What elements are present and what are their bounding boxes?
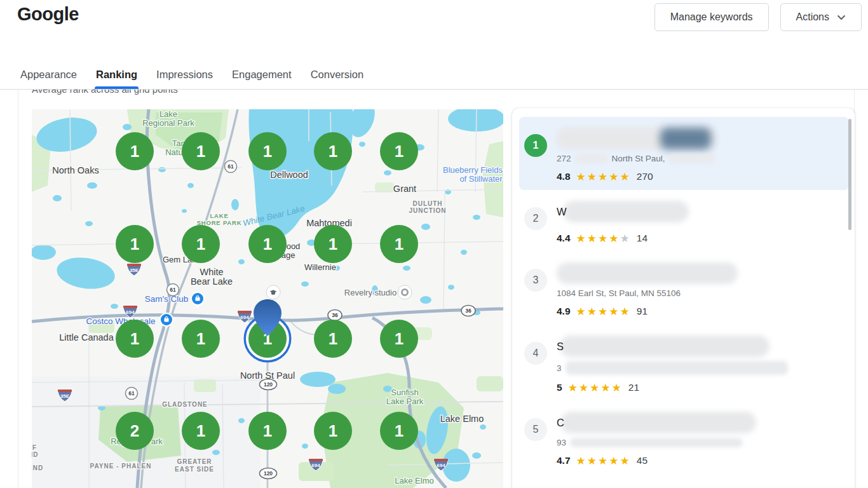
svg-text:61: 61: [128, 390, 135, 396]
grid-rank-marker[interactable]: 1: [314, 132, 352, 170]
actions-label: Actions: [796, 11, 829, 23]
road-shield-61: 61: [126, 388, 138, 400]
map-label: Blueberry Fields: [443, 165, 503, 175]
grid-rank-marker[interactable]: 1: [116, 225, 154, 263]
review-count: 14: [637, 233, 648, 244]
tab-label: Ranking: [96, 69, 137, 80]
grid-rank-marker[interactable]: 1: [314, 412, 352, 450]
address-fragment: 93: [557, 438, 566, 447]
road-shield-120: 120: [260, 379, 277, 390]
road-shield-36: 36: [461, 306, 475, 316]
map-label: Dellwood: [270, 170, 308, 180]
svg-text:1: 1: [196, 329, 205, 348]
listing-item-rank-1[interactable]: 1272North St Paul,4.8★★★★★270: [519, 117, 849, 190]
rating-value: 4.7: [557, 455, 571, 466]
listing-item-rank-3[interactable]: 31084 Earl St, St Paul, MN 551064.9★★★★★…: [519, 252, 849, 325]
grid-rank-marker[interactable]: 1: [380, 320, 418, 358]
grid-rank-marker[interactable]: 1: [248, 412, 287, 450]
svg-text:1: 1: [329, 421, 337, 440]
map-label: GREATER: [177, 458, 212, 465]
business-name-row: W: [557, 198, 843, 226]
tab-conversion[interactable]: Conversion: [309, 69, 365, 89]
svg-text:61: 61: [227, 163, 234, 170]
grid-rank-marker[interactable]: 1: [380, 412, 418, 450]
listing-item-rank-2[interactable]: 2W4.4★★★★★14: [519, 190, 849, 252]
svg-text:1: 1: [196, 421, 205, 440]
grid-rank-marker[interactable]: 1: [182, 132, 220, 170]
address-fragment: North St Paul,: [612, 154, 665, 163]
tab-bar: AppearanceRankingImpressionsEngagementCo…: [19, 69, 365, 89]
tab-ranking[interactable]: Ranking: [95, 69, 139, 89]
star-rating-icons: ★★★★★: [576, 172, 631, 182]
business-name-fragment: C: [557, 417, 564, 429]
grid-rank-marker[interactable]: 1: [182, 412, 220, 450]
rank-grid-map[interactable]: LakeRegional ParkTamarackNature CenterNo…: [32, 109, 503, 488]
map-label: Little Canada: [59, 332, 114, 342]
svg-text:35E: 35E: [60, 393, 70, 399]
competitor-listing-panel: 1272North St Paul,4.8★★★★★2702W4.4★★★★★1…: [512, 108, 855, 488]
listing-item-rank-4[interactable]: 4S35★★★★★21: [519, 325, 849, 401]
redacted-address: [566, 361, 788, 375]
scrollbar-thumb[interactable]: [848, 119, 851, 230]
svg-text:694: 694: [437, 463, 445, 468]
grid-rank-marker[interactable]: 1: [248, 132, 287, 170]
svg-text:1: 1: [395, 142, 403, 161]
svg-text:1: 1: [130, 234, 139, 254]
svg-text:1: 1: [395, 234, 403, 254]
business-name-fragment: W: [557, 206, 567, 218]
grid-rank-marker[interactable]: 1: [248, 225, 287, 263]
svg-text:36: 36: [465, 308, 471, 314]
grid-rank-marker[interactable]: 1: [116, 320, 154, 358]
svg-text:1: 1: [329, 142, 337, 161]
grid-rank-marker[interactable]: 2: [116, 412, 154, 450]
svg-text:1: 1: [130, 142, 139, 161]
listing-content: S35★★★★★21: [557, 332, 843, 393]
star-rating-icons: ★★★★★: [576, 306, 631, 317]
map-label: NORTH OF: [32, 444, 37, 451]
manage-keywords-label: Manage keywords: [670, 11, 753, 23]
grid-rank-marker[interactable]: 1: [380, 225, 418, 263]
road-shield-61: 61: [167, 284, 179, 296]
rating-row: 4.7★★★★★45: [557, 455, 843, 466]
map-label: Sunfish: [391, 388, 418, 397]
svg-text:120: 120: [264, 470, 273, 477]
grid-rank-marker[interactable]: 1: [314, 320, 352, 358]
revelry-studio-poi[interactable]: [398, 285, 412, 299]
rank-badge: 1: [524, 134, 547, 157]
tab-impressions[interactable]: Impressions: [155, 69, 214, 89]
rank-badge: 3: [524, 269, 547, 292]
actions-button[interactable]: Actions: [780, 3, 862, 31]
svg-text:1: 1: [196, 234, 205, 254]
business-name-row: C: [557, 409, 843, 437]
listing-item-rank-5[interactable]: 5C934.7★★★★★45: [519, 401, 849, 474]
svg-text:694: 694: [311, 463, 320, 468]
map-canvas: LakeRegional ParkTamarackNature CenterNo…: [32, 109, 503, 488]
map-label: Lake Elmo: [440, 414, 484, 424]
listing-content: C934.7★★★★★45: [557, 409, 843, 466]
grid-rank-marker[interactable]: 1: [314, 225, 352, 263]
map-label: EAST SIDE: [175, 466, 214, 473]
map-label: Willernie: [304, 262, 336, 272]
header: Google Manage keywords Actions Appearanc…: [0, 0, 868, 90]
business-name-row: [557, 259, 843, 287]
map-label: Lake Elmo: [395, 476, 433, 485]
svg-text:2: 2: [130, 421, 139, 440]
grid-rank-marker[interactable]: 1: [380, 132, 418, 170]
svg-text:1: 1: [263, 421, 272, 440]
manage-keywords-button[interactable]: Manage keywords: [654, 3, 769, 31]
tab-appearance[interactable]: Appearance: [19, 69, 78, 89]
svg-text:1: 1: [196, 142, 205, 161]
grid-rank-marker[interactable]: 1: [182, 320, 220, 358]
page-title: Google: [17, 4, 79, 25]
map-label: NORTH END: [32, 464, 43, 471]
grid-rank-marker[interactable]: 1: [182, 225, 220, 263]
map-label: Sam's Club: [145, 294, 189, 304]
school-poi[interactable]: [266, 285, 280, 299]
grid-rank-marker[interactable]: 1: [116, 132, 154, 170]
tab-engagement[interactable]: Engagement: [231, 69, 293, 89]
redacted-business-name: [560, 412, 756, 433]
address-fragment: 1084 Earl St, St Paul, MN 55106: [557, 288, 681, 298]
address-fragment: 272: [557, 154, 571, 163]
map-label: MARYLAND: [32, 451, 38, 458]
redacted-logo: [660, 128, 711, 149]
